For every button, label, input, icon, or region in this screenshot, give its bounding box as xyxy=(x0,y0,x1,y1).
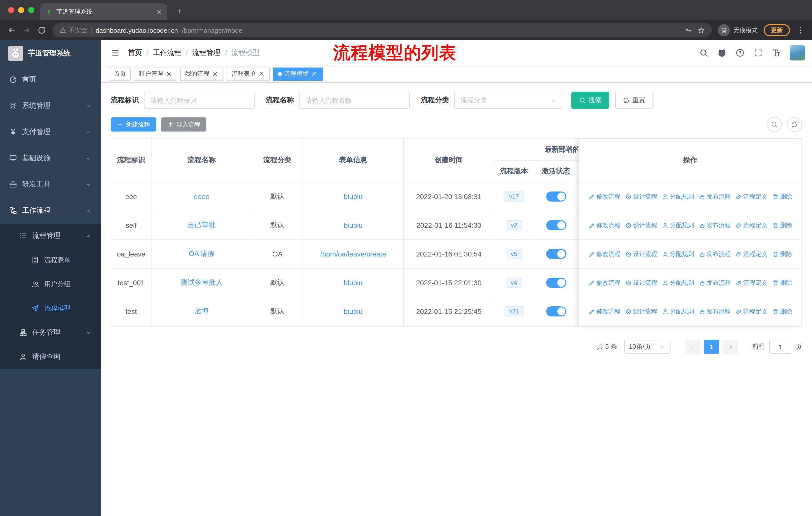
page-size-select[interactable]: 10条/页 xyxy=(624,340,671,354)
op-publish-link[interactable]: 发布流程 xyxy=(698,307,731,316)
breadcrumb-home[interactable]: 首页 xyxy=(128,48,142,57)
github-icon[interactable] xyxy=(717,48,726,57)
op-design-link[interactable]: 设计流程 xyxy=(625,278,657,287)
op-design-link[interactable]: 设计流程 xyxy=(625,221,657,229)
op-definition-link[interactable]: 流程定义 xyxy=(735,192,767,201)
op-publish-link[interactable]: 发布流程 xyxy=(698,278,731,287)
bookmark-star-icon[interactable] xyxy=(698,27,705,34)
cell-form-info[interactable]: /bpm/oa/leave/create xyxy=(303,240,404,269)
create-process-button[interactable]: 新建流程 xyxy=(111,117,156,132)
cell-process-name[interactable]: 测试多审批人 xyxy=(151,269,252,297)
active-toggle[interactable] xyxy=(546,306,566,317)
prev-page-button[interactable] xyxy=(685,340,700,354)
sidebar-item-process-model[interactable]: 流程模型 xyxy=(0,296,101,321)
process-id-input[interactable] xyxy=(144,92,255,109)
close-icon[interactable] xyxy=(311,71,318,77)
help-icon[interactable] xyxy=(735,48,745,57)
sidebar-item-user-group[interactable]: 用户分组 xyxy=(0,272,101,296)
op-definition-link[interactable]: 流程定义 xyxy=(735,307,767,316)
cell-form-info[interactable]: biubiu xyxy=(303,211,404,240)
op-edit-link[interactable]: 修改流程 xyxy=(588,307,620,316)
op-definition-link[interactable]: 流程定义 xyxy=(735,278,767,287)
breadcrumb-workflow[interactable]: 工作流程 xyxy=(153,48,181,57)
sidebar-item-infra[interactable]: 基础设施 xyxy=(0,145,101,171)
tab-close-icon[interactable] xyxy=(155,8,162,15)
forward-button[interactable] xyxy=(22,26,31,35)
cell-process-name[interactable]: 自己审批 xyxy=(151,211,252,240)
show-search-toggle-button[interactable] xyxy=(767,117,782,132)
close-window-button[interactable] xyxy=(8,7,14,13)
sidebar-item-process-mgmt[interactable]: 流程管理 xyxy=(0,224,101,248)
op-definition-link[interactable]: 流程定义 xyxy=(735,250,767,258)
op-publish-link[interactable]: 发布流程 xyxy=(698,192,731,201)
key-icon[interactable] xyxy=(685,27,692,34)
hamburger-icon[interactable] xyxy=(108,48,123,57)
user-avatar[interactable] xyxy=(790,45,805,60)
back-button[interactable] xyxy=(7,26,16,35)
next-page-button[interactable] xyxy=(723,340,738,354)
op-publish-link[interactable]: 发布流程 xyxy=(698,250,731,258)
sidebar-item-process-form[interactable]: 流程表单 xyxy=(0,248,101,272)
reload-button[interactable] xyxy=(37,26,46,35)
minimize-window-button[interactable] xyxy=(18,7,24,13)
close-icon[interactable] xyxy=(258,71,265,77)
active-toggle[interactable] xyxy=(546,249,566,259)
url-bar[interactable]: 不安全 dashboard.yudao.iocoder.cn/bpm/manag… xyxy=(52,23,712,37)
op-design-link[interactable]: 设计流程 xyxy=(625,192,657,201)
cell-process-name[interactable]: eeee xyxy=(151,183,252,211)
op-assign-link[interactable]: 分配规则 xyxy=(662,250,694,258)
op-delete-link[interactable]: 删除 xyxy=(772,192,792,201)
op-design-link[interactable]: 设计流程 xyxy=(625,250,657,258)
op-delete-link[interactable]: 删除 xyxy=(772,250,792,258)
cell-process-name[interactable]: OA 请假 xyxy=(151,240,252,269)
active-toggle[interactable] xyxy=(546,220,566,230)
sidebar-item-leave-query[interactable]: 请假查询 xyxy=(0,345,101,369)
sidebar-item-workflow[interactable]: 工作流程 xyxy=(0,197,101,224)
zoom-window-button[interactable] xyxy=(28,7,34,13)
cell-form-info[interactable]: biubiu xyxy=(303,269,404,297)
font-size-icon[interactable] xyxy=(772,48,781,57)
tag-process-model[interactable]: 流程模型 xyxy=(273,67,323,80)
browser-menu-button[interactable] xyxy=(796,26,805,35)
op-publish-link[interactable]: 发布流程 xyxy=(698,221,731,229)
tag-process-form[interactable]: 流程表单 xyxy=(227,67,270,80)
security-indicator[interactable]: 不安全 xyxy=(59,26,87,34)
op-edit-link[interactable]: 修改流程 xyxy=(588,278,620,287)
op-edit-link[interactable]: 修改流程 xyxy=(588,221,620,229)
reset-button[interactable]: 重置 xyxy=(615,92,653,109)
tag-tenant[interactable]: 租户管理 xyxy=(134,67,177,80)
import-process-button[interactable]: 导入流程 xyxy=(161,117,206,132)
process-name-input[interactable] xyxy=(299,92,410,109)
op-assign-link[interactable]: 分配规则 xyxy=(662,278,694,287)
breadcrumb-process-mgmt[interactable]: 流程管理 xyxy=(192,48,221,57)
op-delete-link[interactable]: 删除 xyxy=(772,307,792,316)
op-edit-link[interactable]: 修改流程 xyxy=(588,250,620,258)
tag-home[interactable]: 首页 xyxy=(109,67,131,80)
sidebar-item-payment[interactable]: 支付管理 xyxy=(0,119,101,145)
goto-page-input[interactable] xyxy=(769,340,791,354)
category-select[interactable]: 流程分类 xyxy=(454,92,562,109)
op-assign-link[interactable]: 分配规则 xyxy=(662,192,694,201)
op-definition-link[interactable]: 流程定义 xyxy=(735,221,767,229)
sidebar-item-task-mgmt[interactable]: 任务管理 xyxy=(0,321,101,345)
fullscreen-icon[interactable] xyxy=(754,48,763,57)
op-edit-link[interactable]: 修改流程 xyxy=(588,192,620,201)
search-icon[interactable] xyxy=(699,48,708,57)
op-design-link[interactable]: 设计流程 xyxy=(625,307,657,316)
sidebar-item-devtools[interactable]: 研发工具 xyxy=(0,171,101,197)
cell-form-info[interactable]: biubiu xyxy=(303,297,404,326)
cell-form-info[interactable]: biubiu xyxy=(303,183,404,211)
page-number-1[interactable]: 1 xyxy=(704,340,719,354)
close-icon[interactable] xyxy=(212,71,219,77)
active-toggle[interactable] xyxy=(546,191,566,201)
new-tab-button[interactable]: + xyxy=(172,4,186,18)
sidebar-item-system[interactable]: 系统管理 xyxy=(0,93,101,119)
cell-process-name[interactable]: 滔博 xyxy=(151,297,252,326)
update-button[interactable]: 更新 xyxy=(764,24,790,36)
browser-tab[interactable]: 芋道管理系统 xyxy=(40,3,167,20)
close-icon[interactable] xyxy=(166,71,172,77)
active-toggle[interactable] xyxy=(546,278,566,288)
op-delete-link[interactable]: 删除 xyxy=(772,221,792,229)
op-assign-link[interactable]: 分配规则 xyxy=(662,307,694,316)
refresh-table-button[interactable] xyxy=(787,117,802,132)
